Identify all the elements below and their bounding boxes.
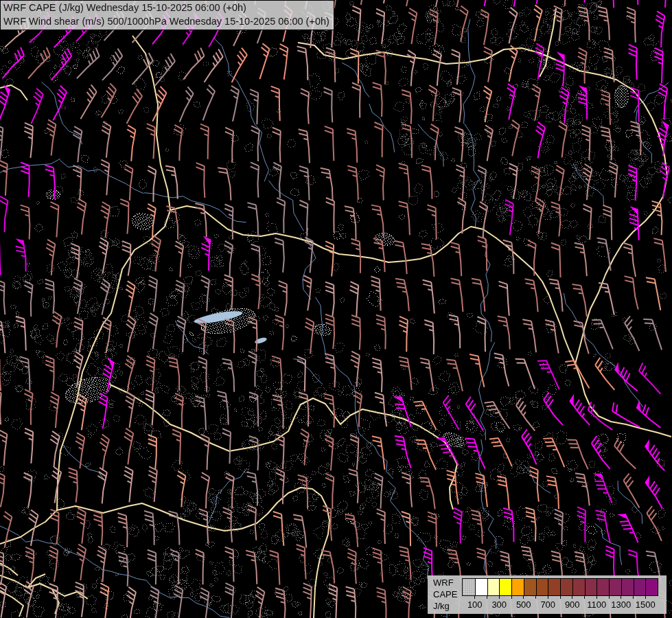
legend-swatch-2 — [487, 579, 500, 595]
legend-swatch-14 — [634, 579, 646, 595]
legend-swatch-12 — [609, 579, 621, 595]
legend-swatch-5 — [524, 579, 536, 595]
legend-tick — [633, 595, 634, 599]
legend-tick — [523, 595, 524, 599]
legend-tick-label-100: 100 — [461, 599, 489, 610]
legend-tick — [474, 595, 475, 599]
legend-tick-label-1300: 1300 — [607, 599, 635, 610]
legend-swatch-9 — [572, 579, 585, 595]
weather-map-canvas — [0, 0, 672, 618]
legend-swatch-4 — [511, 579, 524, 595]
legend-color-bar — [462, 578, 658, 596]
legend-variable-label: CAPE — [433, 588, 457, 600]
legend-tick — [560, 595, 561, 599]
legend-swatch-10 — [585, 579, 597, 595]
legend-tick-label-500: 500 — [510, 599, 537, 610]
legend-swatch-6 — [536, 579, 548, 595]
legend-swatch-3 — [499, 579, 511, 595]
legend-swatch-0 — [463, 579, 475, 595]
legend-tick-label-1500: 1500 — [632, 599, 659, 610]
legend-swatch-15 — [645, 579, 658, 595]
map-title-overlay: WRF CAPE (J/kg) Wednesday 15-10-2025 06:… — [0, 0, 334, 30]
weather-map-viewport: WRF CAPE (J/kg) Wednesday 15-10-2025 06:… — [0, 0, 672, 618]
legend-tick — [609, 595, 610, 599]
cape-legend: WRF CAPE J/kg 10030050070090011001300150… — [428, 575, 667, 614]
legend-tick-label-300: 300 — [485, 599, 513, 610]
legend-tick — [535, 595, 536, 599]
legend-tick — [621, 595, 621, 599]
legend-model-label: WRF — [433, 577, 457, 588]
legend-unit-label: J/kg — [433, 600, 457, 612]
legend-tick — [548, 595, 548, 599]
legend-swatch-7 — [548, 579, 560, 595]
legend-tick — [596, 595, 597, 599]
legend-tick-label-700: 700 — [534, 599, 561, 610]
legend-tick-label-900: 900 — [559, 599, 586, 610]
legend-swatch-8 — [560, 579, 572, 595]
legend-tick — [511, 595, 512, 599]
legend-tick — [572, 595, 572, 599]
legend-tick-label-1100: 1100 — [583, 599, 610, 610]
title-line-cape: WRF CAPE (J/kg) Wednesday 15-10-2025 06:… — [3, 1, 329, 14]
legend-tick — [499, 595, 500, 599]
legend-tick — [645, 595, 646, 599]
legend-label-column: WRF CAPE J/kg — [433, 577, 457, 612]
legend-swatch-13 — [621, 579, 634, 595]
title-line-windshear: WRF Wind shear (m/s) 500/1000hPa Wednesd… — [3, 14, 329, 28]
legend-swatch-1 — [475, 579, 487, 595]
legend-swatch-11 — [596, 579, 609, 595]
legend-tick — [487, 595, 487, 599]
legend-tick — [584, 595, 585, 599]
